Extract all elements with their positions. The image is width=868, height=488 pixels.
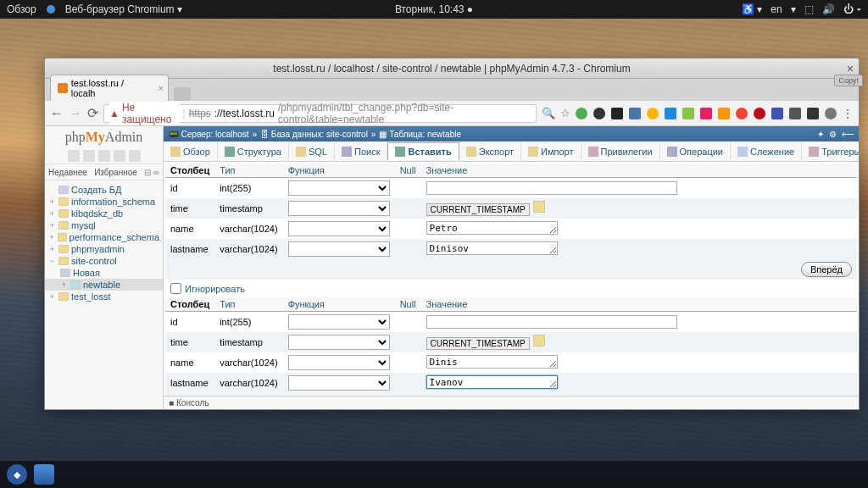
tab-sql[interactable]: SQL [289,143,335,160]
ext-icon[interactable] [825,108,837,119]
tab-privileges[interactable]: Привилегии [581,143,660,160]
tree-db[interactable]: +mysql [45,219,163,231]
logout-icon[interactable] [83,150,95,162]
tree-db[interactable]: +phpmyadmin [45,243,163,255]
tab-triggers[interactable]: Триггеры [802,143,859,160]
search-icon[interactable]: 🔍 [542,107,555,119]
value-input-id[interactable] [426,181,677,195]
ext-icon[interactable] [611,108,623,119]
tab-insert[interactable]: Вставить [387,142,459,160]
tab-search[interactable]: Поиск [335,143,387,160]
tab-close-button[interactable]: × [159,83,164,93]
pma-console[interactable]: ■ Консоль [164,396,859,409]
calendar-icon[interactable] [533,201,545,213]
active-app-label[interactable]: Веб-браузер Chromium ▾ [65,3,182,15]
func-select[interactable] [288,241,390,257]
tree-table-selected[interactable]: +newtable [45,279,163,291]
func-select[interactable] [288,375,390,391]
show-apps-button[interactable]: ◆ [7,464,27,485]
volume-icon[interactable]: 🔊 [822,3,835,15]
page-settings-icon[interactable]: ✦ [817,130,824,139]
func-select[interactable] [288,201,390,216]
clock-label[interactable]: Вторник, 10:43 ● [395,3,473,15]
docs-icon[interactable] [98,150,110,162]
activities-label[interactable]: Обзор [7,3,36,15]
calendar-icon[interactable] [533,335,545,347]
desktop-top-panel: Обзор Веб-браузер Chromium ▾ Вторник, 10… [0,0,868,19]
ext-icon[interactable] [593,108,605,119]
window-close-button[interactable]: × [847,62,854,75]
accessibility-icon[interactable]: ♿ ▾ [742,3,762,15]
address-bar[interactable]: ▲ Не защищено | https://test.losst.ru/ph… [103,104,537,123]
tab-tracking[interactable]: Слежение [731,143,802,160]
ext-icon[interactable] [682,108,694,119]
insert-table-1: Столбец Тип Функция Null Значение id int… [165,164,857,280]
value-input-name[interactable] [426,221,558,235]
browser-tab[interactable]: test.losst.ru / localh × [50,75,169,101]
ext-icon[interactable] [629,108,641,119]
func-select[interactable] [288,314,390,330]
ext-icon[interactable] [665,108,676,119]
language-indicator[interactable]: en [771,3,782,15]
bc-table[interactable]: ▦ Таблица: newtable [379,130,461,139]
ext-icon[interactable] [700,108,712,119]
power-icon[interactable]: ⏻ ▾ [843,3,861,15]
func-select[interactable] [288,180,390,196]
menu-button[interactable]: ⋮ [842,107,854,120]
recent-tab[interactable]: Недавнее [48,168,87,177]
tree-db[interactable]: +kibqdskz_db [45,208,163,219]
back-button[interactable]: ← [50,106,64,121]
collapse-bc-icon[interactable]: ⟵ [842,130,854,139]
ext-icon[interactable] [789,108,801,119]
tab-export[interactable]: Экспорт [459,143,521,160]
value-input-lastname-focused[interactable] [426,375,558,389]
ext-icon[interactable] [718,108,730,119]
settings-icon[interactable] [114,150,125,162]
home-icon[interactable] [68,150,80,162]
favorite-tab[interactable]: Избранное [94,168,137,177]
th-column: Столбец [165,164,214,178]
value-input-lastname[interactable] [426,241,558,255]
star-icon[interactable]: ☆ [560,107,570,119]
pma-quick-icons [45,148,163,164]
ext-icon[interactable] [576,108,587,119]
phpmyadmin-app: phpMyAdmin Недавнее Избранное ⊟ ∞ Создат… [45,126,859,409]
ext-icon[interactable] [647,108,659,119]
bc-server[interactable]: 📟 Сервер: localhost [169,130,248,139]
ext-icon[interactable] [754,108,765,119]
bc-database[interactable]: 🗄 База данных: site-control [260,130,368,139]
tab-structure[interactable]: Структура [218,143,289,160]
network-icon[interactable]: ⬚ [804,3,814,15]
window-title: test.losst.ru / localhost / site-control… [273,63,630,75]
collapse-icon[interactable]: ⊟ ∞ [144,168,159,177]
func-select[interactable] [288,335,390,350]
url-path: /phpmyadmin/tbl_change.php?db=site-contr… [278,102,531,125]
copy-badge[interactable]: Copy! [834,75,863,86]
tree-new-table[interactable]: Новая [45,267,163,279]
tree-db[interactable]: +information_schema [45,196,163,208]
tree-db[interactable]: +test_losst [45,291,163,302]
tree-db[interactable]: +performance_schema [45,231,163,243]
new-tab-button[interactable] [174,87,191,101]
func-select[interactable] [288,355,390,370]
reload-nav-icon[interactable] [129,150,141,162]
tree-db-open[interactable]: −site-control [45,255,163,267]
tab-browse[interactable]: Обзор [164,143,218,160]
forward-button[interactable]: → [69,106,82,121]
tab-import[interactable]: Импорт [521,143,581,160]
go-button[interactable]: Вперёд [801,262,852,277]
reload-button[interactable]: ⟳ [87,105,98,121]
pma-tabs: Обзор Структура SQL Поиск Вставить Экспо… [164,141,859,162]
tree-create-db[interactable]: Создать БД [45,184,163,196]
gear-icon[interactable]: ⚙ [829,130,837,139]
ext-icon[interactable] [807,108,819,119]
value-input-id[interactable] [426,315,677,329]
dock-app-icon[interactable] [34,464,54,485]
value-input-name[interactable] [426,355,558,369]
ext-icon[interactable] [736,108,748,119]
func-select[interactable] [288,221,390,236]
ignore-checkbox[interactable] [170,283,181,294]
tab-operations[interactable]: Операции [660,143,731,160]
desktop-dock: ◆ [0,461,868,488]
ext-icon[interactable] [771,108,783,119]
